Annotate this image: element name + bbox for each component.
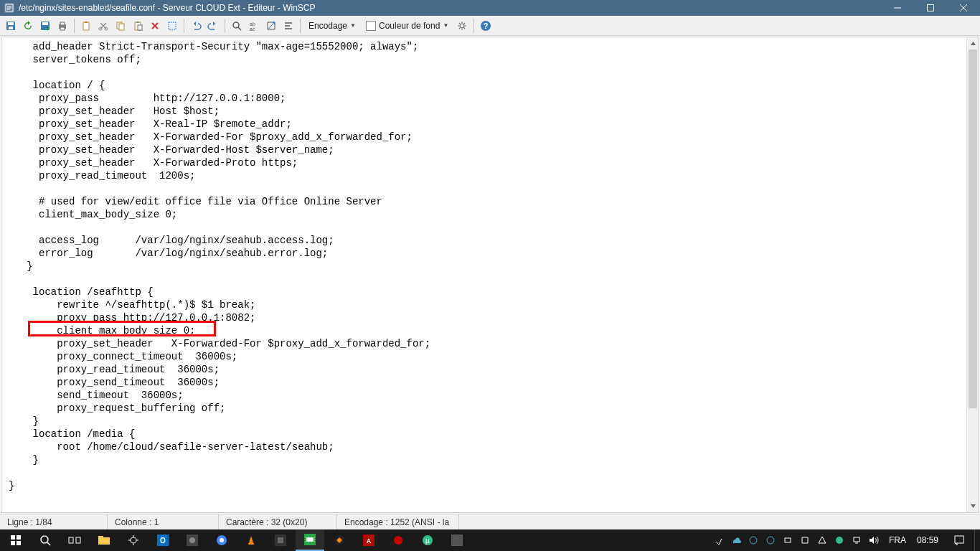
svg-rect-31 xyxy=(69,537,73,543)
code-line: # used for view/edit office file via Off… xyxy=(9,195,959,208)
taskbar-app-explorer[interactable] xyxy=(90,529,118,551)
tray-icon[interactable] xyxy=(834,534,845,546)
svg-rect-6 xyxy=(42,22,48,25)
search-button[interactable] xyxy=(31,529,60,551)
svg-rect-9 xyxy=(60,27,65,30)
code-line: send_timeout 36000s; xyxy=(9,389,959,402)
print-button[interactable] xyxy=(55,18,70,34)
tray-icon[interactable] xyxy=(816,534,828,546)
code-line: } xyxy=(9,453,959,466)
taskbar-app-generic[interactable] xyxy=(178,529,207,551)
code-line: proxy_set_header X-Forwarded-Host $serve… xyxy=(9,143,959,156)
tray-icon[interactable] xyxy=(748,534,759,546)
cut-button[interactable] xyxy=(95,18,111,34)
separator xyxy=(225,19,225,33)
taskbar-app-outlook[interactable]: O xyxy=(149,529,177,551)
code-line xyxy=(9,273,959,286)
svg-rect-11 xyxy=(85,22,88,23)
code-line: client_max_body_size 0; xyxy=(9,208,959,221)
code-line: rewrite ^/seafhttp(.*)$ $1 break; xyxy=(9,298,959,311)
redo-button[interactable] xyxy=(205,18,221,34)
svg-rect-33 xyxy=(98,537,110,545)
show-desktop-button[interactable] xyxy=(974,529,979,551)
help-button[interactable]: ? xyxy=(478,18,494,34)
vertical-scrollbar[interactable] xyxy=(966,37,979,512)
tray-volume-icon[interactable] xyxy=(868,534,880,546)
taskbar-app-utorrent[interactable]: µ xyxy=(413,529,442,551)
taskbar-app-chrome[interactable] xyxy=(207,529,236,551)
format-button[interactable] xyxy=(281,18,296,34)
tray-icon[interactable] xyxy=(765,534,776,546)
task-view-button[interactable] xyxy=(60,529,89,551)
status-line: Ligne : 1/84 xyxy=(0,514,108,529)
svg-rect-19 xyxy=(169,22,176,29)
goto-button[interactable] xyxy=(263,18,279,34)
svg-rect-52 xyxy=(451,534,463,546)
close-button[interactable] xyxy=(947,0,980,16)
delete-button[interactable] xyxy=(147,18,163,34)
svg-point-54 xyxy=(767,537,774,544)
separator xyxy=(473,19,474,33)
save-as-button[interactable] xyxy=(37,18,53,34)
svg-rect-17 xyxy=(136,22,139,23)
save-button[interactable] xyxy=(3,18,19,34)
copy-button[interactable] xyxy=(113,18,128,34)
svg-rect-45 xyxy=(306,537,314,542)
code-line xyxy=(9,66,959,79)
svg-rect-28 xyxy=(11,541,15,545)
bgcolor-dropdown[interactable]: Couleur de fond ▼ xyxy=(362,18,453,34)
start-button[interactable] xyxy=(1,529,30,551)
taskbar-app-winscp[interactable] xyxy=(296,529,324,551)
scroll-down-button[interactable] xyxy=(967,500,979,512)
svg-rect-1 xyxy=(928,5,934,11)
minimize-button[interactable] xyxy=(881,0,914,16)
select-all-button[interactable] xyxy=(164,18,180,34)
bgcolor-label: Couleur de fond xyxy=(379,21,440,31)
taskbar-app-settings[interactable] xyxy=(119,529,148,551)
code-line: server_tokens off; xyxy=(9,53,959,66)
svg-text:?: ? xyxy=(484,22,489,30)
chevron-down-icon: ▼ xyxy=(350,22,356,29)
svg-point-56 xyxy=(836,537,843,544)
separator xyxy=(300,19,301,33)
clipboard-button[interactable] xyxy=(78,18,94,34)
code-line: } xyxy=(9,479,959,492)
status-encoding: Encodage : 1252 (ANSI - la xyxy=(337,514,459,529)
svg-point-20 xyxy=(233,22,239,28)
window-title: /etc/nginx/sites-enabled/seafile.conf - … xyxy=(19,3,881,13)
encoding-dropdown[interactable]: Encodage ▼ xyxy=(304,18,360,34)
taskbar-app-generic3[interactable] xyxy=(325,529,354,551)
tray-cloud-icon[interactable] xyxy=(730,534,742,546)
reload-button[interactable] xyxy=(20,18,36,34)
svg-rect-4 xyxy=(9,27,13,29)
svg-rect-57 xyxy=(854,537,859,542)
settings-button[interactable] xyxy=(454,18,470,34)
taskbar-clock[interactable]: 08:59 xyxy=(911,535,944,545)
paste-button[interactable] xyxy=(130,18,146,34)
code-editor[interactable]: add_header Strict-Transport-Security "ma… xyxy=(1,37,966,512)
tray-icon[interactable] xyxy=(782,534,793,546)
find-button[interactable] xyxy=(229,18,245,34)
system-tray[interactable] xyxy=(709,534,884,546)
code-line: error_log /var/log/nginx/seahub.error.lo… xyxy=(9,247,959,260)
scroll-up-button[interactable] xyxy=(967,37,979,50)
taskbar-app-generic2[interactable] xyxy=(266,529,295,551)
svg-text:A: A xyxy=(367,537,372,545)
code-line: client_max_body_size 0; xyxy=(9,324,959,337)
undo-button[interactable] xyxy=(188,18,204,34)
replace-button[interactable]: abac xyxy=(246,18,262,34)
language-indicator[interactable]: FRA xyxy=(885,535,910,545)
scrollbar-thumb[interactable] xyxy=(969,50,977,408)
tray-icon[interactable] xyxy=(799,534,811,546)
code-line: location / { xyxy=(9,79,959,92)
code-line: proxy_set_header Host $host; xyxy=(9,105,959,118)
taskbar-app-generic4[interactable] xyxy=(443,529,471,551)
notifications-button[interactable] xyxy=(945,529,974,551)
taskbar-app-record[interactable] xyxy=(384,529,413,551)
tray-network-icon[interactable] xyxy=(851,534,862,546)
taskbar-app-vlc[interactable] xyxy=(237,529,265,551)
tray-icon[interactable] xyxy=(713,534,725,546)
maximize-button[interactable] xyxy=(914,0,947,16)
taskbar-app-acrobat[interactable]: A xyxy=(354,529,383,551)
svg-rect-34 xyxy=(98,536,103,538)
